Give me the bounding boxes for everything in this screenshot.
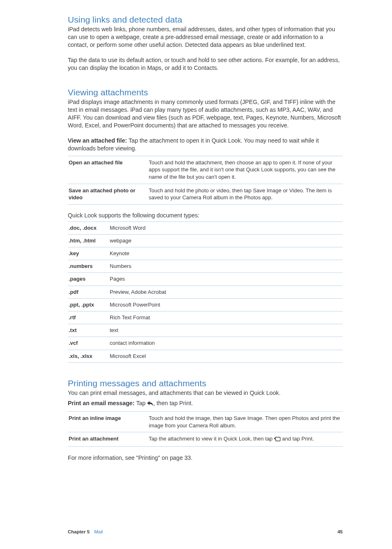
- file-desc: Microsoft Word: [109, 221, 343, 234]
- footer-page-number: 45: [337, 529, 343, 534]
- file-ext: .numbers: [68, 260, 109, 273]
- table-row: Print an inline image Touch and hold the…: [68, 412, 343, 432]
- file-ext: .htm, .html: [68, 234, 109, 247]
- section-heading-links: Using links and detected data: [68, 15, 343, 25]
- table-row: .keyKeynote: [68, 247, 343, 260]
- body-paragraph: Quick Look supports the following docume…: [68, 212, 343, 219]
- table-row: .pdfPreview, Adobe Acrobat: [68, 286, 343, 298]
- file-ext: .pages: [68, 273, 109, 286]
- table-label: Print an inline image: [68, 412, 148, 432]
- table-row: .doc, .docxMicrosoft Word: [68, 221, 343, 234]
- body-paragraph: iPad displays image attachments in many …: [68, 98, 343, 130]
- body-paragraph: You can print email messages, and attach…: [68, 389, 343, 397]
- footer-chapter-label: Chapter 5: [68, 529, 90, 534]
- footer-chapter-title: Mail: [94, 529, 103, 534]
- table-row: .vcfcontact information: [68, 337, 343, 350]
- file-ext: .vcf: [68, 337, 109, 350]
- inline-label: View an attached file:: [68, 137, 129, 144]
- file-ext: .xls, .xlsx: [68, 350, 109, 362]
- inline-desc: and tap Print.: [281, 436, 314, 442]
- table-row: Open an attached file Touch and hold the…: [68, 156, 343, 184]
- file-ext: .pdf: [68, 286, 109, 298]
- inline-desc: , then tap Print.: [153, 400, 193, 406]
- table-desc: Touch and hold the photo or video, then …: [148, 184, 343, 204]
- file-desc: Microsoft PowerPoint: [109, 298, 343, 311]
- file-desc: contact information: [109, 337, 343, 350]
- body-paragraph: Print an email message: Tap , then tap P…: [68, 399, 343, 408]
- file-ext: .rtf: [68, 311, 109, 324]
- table-row: Save an attached photo or video Touch an…: [68, 184, 343, 204]
- section-heading-attachments: Viewing attachments: [68, 88, 343, 97]
- file-desc: Microsoft Excel: [109, 350, 343, 362]
- section-heading-printing: Printing messages and attachments: [68, 378, 343, 388]
- file-ext: .ppt, .pptx: [68, 298, 109, 311]
- file-desc: Preview, Adobe Acrobat: [109, 286, 343, 298]
- file-ext: .doc, .docx: [68, 221, 109, 234]
- table-row: .ppt, .pptxMicrosoft PowerPoint: [68, 298, 343, 311]
- body-paragraph: iPad detects web links, phone numbers, e…: [68, 25, 343, 49]
- file-desc: Numbers: [109, 260, 343, 273]
- file-desc: Rich Text Format: [109, 311, 343, 324]
- body-paragraph: View an attached file: Tap the attachmen…: [68, 137, 343, 152]
- table-label: Open an attached file: [68, 156, 148, 184]
- file-ext: .key: [68, 247, 109, 260]
- table-desc: Touch and hold the attachment, then choo…: [148, 156, 343, 184]
- file-desc: Pages: [109, 273, 343, 286]
- file-ext: .txt: [68, 324, 109, 337]
- reply-arrow-icon: [147, 400, 153, 408]
- table-desc: Touch and hold the image, then tap Save …: [148, 412, 343, 432]
- attachments-action-table: Open an attached file Touch and hold the…: [68, 156, 343, 205]
- table-label: Print an attachment: [68, 432, 148, 447]
- table-desc: Tap the attachment to view it in Quick L…: [148, 432, 343, 447]
- table-row: Print an attachment Tap the attachment t…: [68, 432, 343, 447]
- inline-desc: Tap the attachment to view it in Quick L…: [149, 436, 274, 442]
- filetypes-table: .doc, .docxMicrosoft Word .htm, .htmlweb…: [68, 221, 343, 363]
- printing-action-table: Print an inline image Touch and hold the…: [68, 411, 343, 447]
- table-label: Save an attached photo or video: [68, 184, 148, 204]
- body-paragraph: For more information, see "Printing" on …: [68, 454, 343, 462]
- table-row: .rtfRich Text Format: [68, 311, 343, 324]
- page-footer: Chapter 5 Mail 45: [68, 529, 343, 534]
- table-row: .xls, .xlsxMicrosoft Excel: [68, 350, 343, 362]
- table-row: .txttext: [68, 324, 343, 337]
- file-desc: webpage: [109, 234, 343, 247]
- body-paragraph: Tap the data to use its default action, …: [68, 56, 343, 72]
- table-row: .numbersNumbers: [68, 260, 343, 273]
- file-desc: text: [109, 324, 343, 337]
- share-action-icon: [274, 436, 281, 443]
- table-row: .pagesPages: [68, 273, 343, 286]
- inline-label: Print an email message:: [68, 400, 136, 406]
- file-desc: Keynote: [109, 247, 343, 260]
- inline-desc: Tap: [136, 400, 147, 406]
- table-row: .htm, .htmlwebpage: [68, 234, 343, 247]
